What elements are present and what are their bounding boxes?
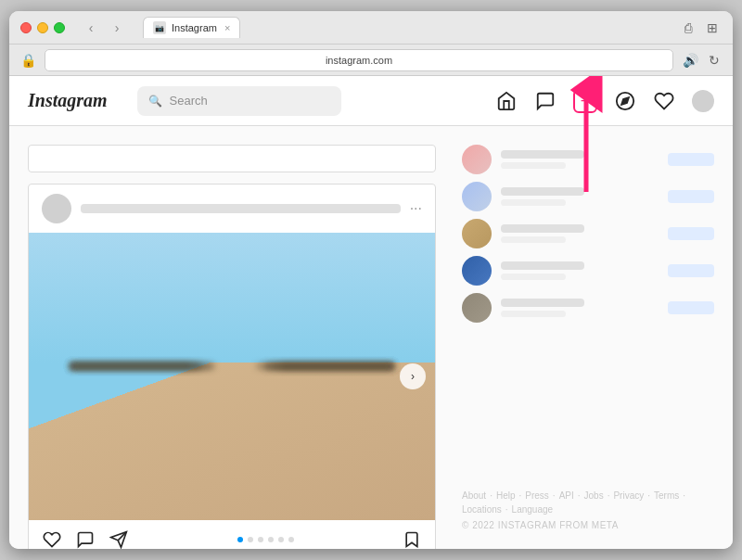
suggestion-name	[501, 187, 584, 196]
carousel-dot	[237, 537, 243, 542]
browser-extra-icons: 🔊 ↻	[681, 51, 723, 70]
ig-search-bar[interactable]: 🔍 Search	[137, 86, 341, 116]
back-button[interactable]: ‹	[80, 17, 102, 39]
suggestion-name	[501, 299, 584, 307]
ig-nav-icons	[495, 89, 714, 113]
footer-link-sep: ·	[578, 490, 581, 501]
footer-links: About · Help · Press · API · Jobs · Priv…	[462, 490, 714, 515]
share-icon[interactable]: ⎙	[679, 19, 697, 37]
footer-link-privacy[interactable]: Privacy	[613, 490, 644, 501]
follow-button[interactable]	[668, 190, 714, 203]
browser-titlebar: ‹ › 📷 Instagram × ⎙ ⊞	[9, 11, 733, 45]
suggestion-item	[462, 219, 714, 248]
suggestion-info	[501, 224, 659, 243]
ig-navbar: Instagram 🔍 Search	[9, 76, 733, 126]
footer-link-jobs[interactable]: Jobs	[584, 490, 604, 501]
traffic-lights	[20, 22, 65, 33]
suggestion-info	[501, 299, 659, 317]
carousel-dot	[278, 537, 284, 542]
like-icon[interactable]	[42, 529, 62, 549]
follow-button[interactable]	[668, 227, 714, 240]
post-more-button[interactable]: ···	[410, 200, 422, 217]
sidebar-footer: About · Help · Press · API · Jobs · Priv…	[462, 490, 714, 530]
footer-link-api[interactable]: API	[559, 490, 574, 501]
carousel-dot	[288, 537, 294, 542]
home-icon[interactable]	[495, 90, 518, 112]
book-sky	[29, 233, 435, 363]
shield-icon: 🔒	[19, 51, 37, 70]
ig-logo: Instagram	[28, 90, 108, 111]
suggestion-item	[462, 145, 714, 174]
grid-icon[interactable]: ⊞	[703, 19, 722, 37]
suggestion-avatar	[462, 182, 492, 211]
post-image: ›	[29, 233, 435, 520]
bookmark-icon[interactable]	[402, 529, 422, 549]
footer-link-sep: ·	[608, 490, 610, 501]
suggestion-info	[501, 150, 659, 169]
search-text: Search	[170, 94, 208, 108]
forward-button[interactable]: ›	[106, 17, 128, 39]
footer-link-sep: ·	[505, 504, 508, 515]
ig-feed: ···	[28, 145, 436, 530]
footer-link-sep: ·	[683, 490, 685, 501]
footer-link-press[interactable]: Press	[525, 490, 549, 501]
tab-label: Instagram	[172, 22, 217, 33]
footer-link-sep: ·	[647, 490, 650, 501]
instagram-page: Instagram 🔍 Search	[9, 76, 733, 549]
suggestions-section	[462, 145, 714, 323]
new-post-button[interactable]	[573, 89, 597, 113]
post-header: ···	[29, 185, 435, 233]
suggestion-sub	[501, 311, 566, 317]
maximize-button[interactable]	[54, 22, 65, 33]
browser-toolbar-icons: ⎙ ⊞	[679, 19, 722, 37]
compass-icon[interactable]	[614, 90, 636, 112]
tab-close-button[interactable]: ×	[224, 22, 230, 33]
suggestion-avatar	[462, 293, 492, 323]
suggestion-sub	[501, 274, 566, 280]
carousel-dot	[258, 537, 263, 542]
follow-button[interactable]	[668, 301, 714, 314]
footer-link-sep: ·	[519, 490, 522, 501]
follow-button[interactable]	[668, 153, 714, 166]
footer-link-sep: ·	[490, 490, 493, 501]
follow-button[interactable]	[668, 264, 714, 277]
close-button[interactable]	[20, 22, 32, 33]
browser-tab[interactable]: 📷 Instagram ×	[143, 17, 240, 38]
svg-marker-1	[621, 97, 629, 105]
suggestion-item	[462, 182, 714, 211]
post-carousel-dots	[142, 537, 389, 542]
post-username	[81, 204, 401, 213]
ig-main: ···	[9, 126, 733, 549]
post-user-avatar	[42, 194, 71, 223]
footer-link-locations[interactable]: Locations	[462, 504, 502, 515]
suggestion-sub	[501, 162, 566, 169]
ig-sidebar: About · Help · Press · API · Jobs · Priv…	[462, 145, 714, 530]
footer-link-help[interactable]: Help	[496, 490, 516, 501]
post-actions	[29, 520, 435, 549]
suggestion-sub	[501, 199, 566, 206]
comment-icon[interactable]	[75, 529, 96, 549]
footer-link-language[interactable]: Language	[512, 504, 554, 515]
sound-icon[interactable]: 🔊	[681, 51, 699, 70]
minimize-button[interactable]	[37, 22, 48, 33]
address-input[interactable]	[45, 49, 673, 71]
browser-address-bar: 🔒 🔊 ↻	[9, 45, 733, 76]
user-avatar[interactable]	[692, 90, 714, 112]
suggestion-item	[462, 293, 714, 323]
suggestion-avatar	[462, 256, 492, 286]
suggestion-avatar	[462, 219, 492, 248]
tab-favicon: 📷	[153, 21, 166, 34]
messenger-icon[interactable]	[534, 90, 556, 112]
footer-link-sep: ·	[553, 490, 556, 501]
share-post-icon[interactable]	[109, 529, 129, 549]
post-next-button[interactable]: ›	[400, 363, 426, 389]
browser-nav: ‹ ›	[80, 17, 128, 39]
suggestion-name	[501, 150, 584, 159]
carousel-dot	[248, 537, 253, 542]
footer-link-terms[interactable]: Terms	[654, 490, 679, 501]
heart-icon[interactable]	[653, 90, 675, 112]
suggestion-info	[501, 261, 659, 280]
footer-link-about[interactable]: About	[462, 490, 486, 501]
refresh-icon[interactable]: ↻	[705, 51, 723, 70]
suggestion-item	[462, 256, 714, 286]
